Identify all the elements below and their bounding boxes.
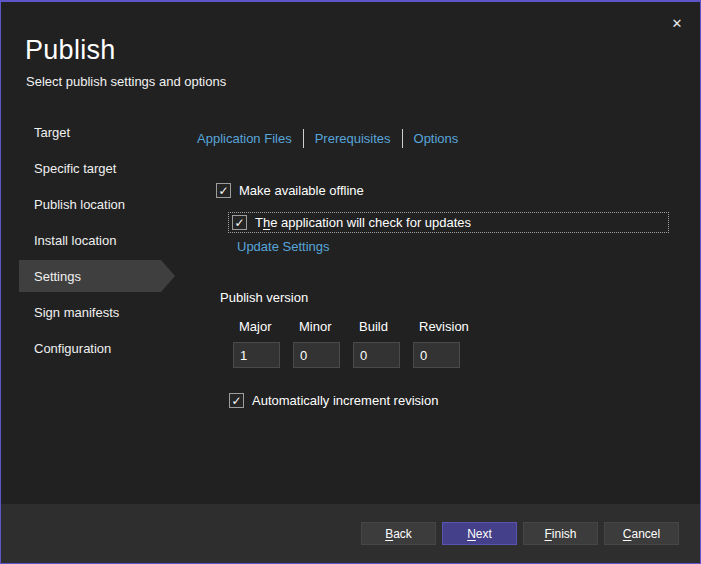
tab-application-files[interactable]: Application Files xyxy=(197,131,292,146)
sidebar: Target Specific target Publish location … xyxy=(1,114,187,366)
tab-separator xyxy=(402,129,403,148)
version-col-minor: Minor xyxy=(293,319,340,368)
revision-label: Revision xyxy=(413,319,460,334)
sidebar-item-label: Sign manifests xyxy=(34,305,119,320)
auto-increment-checkbox-label: Automatically increment revision xyxy=(252,393,438,408)
checkmark-icon: ✓ xyxy=(234,217,244,229)
offline-checkbox-label: Make available offline xyxy=(239,183,364,198)
auto-increment-checkbox[interactable]: ✓ xyxy=(229,393,244,408)
sidebar-item-label: Settings xyxy=(34,269,81,284)
sidebar-item-label: Target xyxy=(34,125,70,140)
revision-input[interactable] xyxy=(413,342,460,368)
sidebar-item-target[interactable]: Target xyxy=(1,114,187,150)
footer-button-bar: Back Next Finish Cancel xyxy=(1,504,700,563)
minor-input[interactable] xyxy=(293,342,340,368)
update-settings-link[interactable]: Update Settings xyxy=(237,239,330,254)
sidebar-item-label: Configuration xyxy=(34,341,111,356)
selected-item-arrow-icon xyxy=(161,260,175,292)
version-col-revision: Revision xyxy=(413,319,460,368)
sidebar-item-settings[interactable]: Settings xyxy=(1,258,187,294)
next-button[interactable]: Next xyxy=(442,522,517,545)
cancel-button[interactable]: Cancel xyxy=(604,522,679,545)
updates-checkbox-label: The application will check for updates xyxy=(255,215,471,230)
major-input[interactable] xyxy=(233,342,280,368)
major-label: Major xyxy=(233,319,280,334)
updates-checkbox-row: ✓ The application will check for updates xyxy=(232,215,471,230)
finish-button[interactable]: Finish xyxy=(523,522,598,545)
tab-prerequisites[interactable]: Prerequisites xyxy=(315,131,391,146)
sidebar-item-specific-target[interactable]: Specific target xyxy=(1,150,187,186)
publish-version-grid: Major Minor Build Revision xyxy=(233,319,460,368)
close-button[interactable]: ✕ xyxy=(666,12,688,34)
checkmark-icon: ✓ xyxy=(218,185,228,197)
publish-dialog: Publish Select publish settings and opti… xyxy=(0,0,701,564)
sidebar-item-configuration[interactable]: Configuration xyxy=(1,330,187,366)
tab-separator xyxy=(303,129,304,148)
publish-version-label: Publish version xyxy=(220,290,308,305)
close-icon: ✕ xyxy=(672,16,683,31)
sidebar-item-publish-location[interactable]: Publish location xyxy=(1,186,187,222)
sidebar-item-label: Publish location xyxy=(34,197,125,212)
updates-checkbox[interactable]: ✓ xyxy=(232,215,247,230)
build-input[interactable] xyxy=(353,342,400,368)
version-col-build: Build xyxy=(353,319,400,368)
settings-tabs: Application Files Prerequisites Options xyxy=(197,129,458,148)
offline-checkbox-row: ✓ Make available offline xyxy=(216,183,364,198)
sidebar-item-sign-manifests[interactable]: Sign manifests xyxy=(1,294,187,330)
tab-options[interactable]: Options xyxy=(414,131,459,146)
sidebar-item-install-location[interactable]: Install location xyxy=(1,222,187,258)
back-button[interactable]: Back xyxy=(361,522,436,545)
version-col-major: Major xyxy=(233,319,280,368)
sidebar-item-label: Install location xyxy=(34,233,116,248)
build-label: Build xyxy=(353,319,400,334)
offline-checkbox[interactable]: ✓ xyxy=(216,183,231,198)
checkmark-icon: ✓ xyxy=(231,395,241,407)
page-title: Publish xyxy=(25,35,116,66)
auto-increment-checkbox-row: ✓ Automatically increment revision xyxy=(229,393,438,408)
minor-label: Minor xyxy=(293,319,340,334)
sidebar-item-label: Specific target xyxy=(34,161,116,176)
page-subtitle: Select publish settings and options xyxy=(26,74,226,89)
